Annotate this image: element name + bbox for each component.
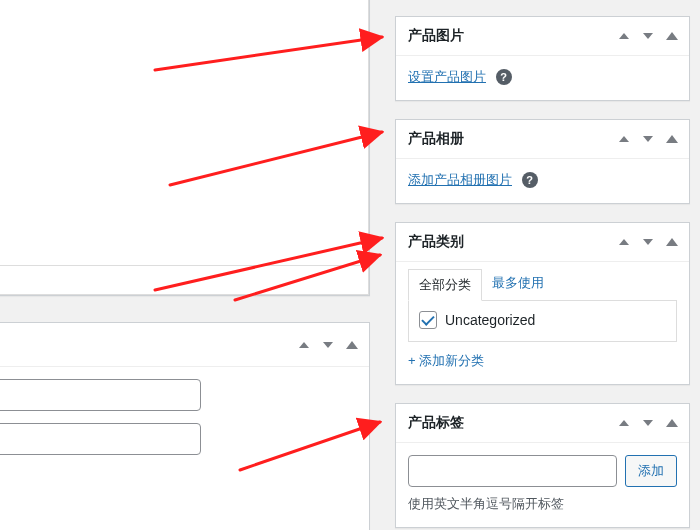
move-up-icon[interactable] xyxy=(617,29,631,43)
category-list: Uncategorized xyxy=(408,300,677,342)
product-categories-panel: 产品类别 全部分类 最多使用 Uncategorized xyxy=(395,222,690,385)
tab-all-categories[interactable]: 全部分类 xyxy=(408,269,482,301)
move-up-icon[interactable] xyxy=(617,235,631,249)
product-gallery-title: 产品相册 xyxy=(408,130,464,148)
move-down-icon[interactable] xyxy=(641,132,655,146)
editor-box xyxy=(0,0,370,296)
category-label: Uncategorized xyxy=(445,312,535,328)
help-icon[interactable]: ? xyxy=(522,172,538,188)
tag-hint: 使用英文半角逗号隔开标签 xyxy=(408,495,677,513)
move-down-icon[interactable] xyxy=(641,235,655,249)
move-up-icon[interactable] xyxy=(617,416,631,430)
sidebar-column: 产品图片 设置产品图片 ? 产品相册 xyxy=(395,0,700,530)
product-image-panel: 产品图片 设置产品图片 ? xyxy=(395,16,690,101)
add-new-category-link[interactable]: + 添加新分类 xyxy=(408,353,484,368)
add-tag-button[interactable]: 添加 xyxy=(625,455,677,487)
category-checkbox[interactable] xyxy=(419,311,437,329)
help-icon[interactable]: ? xyxy=(496,69,512,85)
move-up-icon[interactable] xyxy=(297,338,311,352)
product-categories-title: 产品类别 xyxy=(408,233,464,251)
product-tags-panel: 产品标签 添加 使用英文半角逗号隔开标签 xyxy=(395,403,690,528)
generic-text-field-2[interactable] xyxy=(0,423,201,455)
secondary-metabox xyxy=(0,322,370,530)
move-down-icon[interactable] xyxy=(641,416,655,430)
set-product-image-link[interactable]: 设置产品图片 xyxy=(408,69,486,84)
move-up-icon[interactable] xyxy=(617,132,631,146)
toggle-icon[interactable] xyxy=(665,235,679,249)
product-image-title: 产品图片 xyxy=(408,27,464,45)
tab-popular-categories[interactable]: 最多使用 xyxy=(482,268,554,300)
tag-input[interactable] xyxy=(408,455,617,487)
add-gallery-images-link[interactable]: 添加产品相册图片 xyxy=(408,172,512,187)
toggle-icon[interactable] xyxy=(665,132,679,146)
move-down-icon[interactable] xyxy=(641,29,655,43)
move-down-icon[interactable] xyxy=(321,338,335,352)
toggle-icon[interactable] xyxy=(665,29,679,43)
toggle-icon[interactable] xyxy=(345,338,359,352)
main-editor-column xyxy=(0,0,395,530)
secondary-metabox-header xyxy=(0,323,369,367)
product-gallery-panel: 产品相册 添加产品相册图片 ? xyxy=(395,119,690,204)
toggle-icon[interactable] xyxy=(665,416,679,430)
generic-text-field-1[interactable] xyxy=(0,379,201,411)
category-item[interactable]: Uncategorized xyxy=(419,311,666,329)
product-tags-title: 产品标签 xyxy=(408,414,464,432)
